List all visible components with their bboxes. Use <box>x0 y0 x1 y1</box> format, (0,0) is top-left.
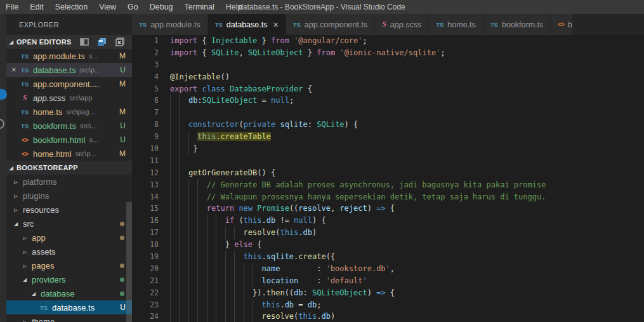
line-number[interactable]: 15 <box>132 203 159 215</box>
menu-edit[interactable]: Edit <box>24 0 49 14</box>
code-line-1[interactable]: import { Injectable } from '@angular/cor… <box>165 35 644 47</box>
line-number[interactable]: 16 <box>132 215 159 227</box>
open-editor-home-html[interactable]: <>home.htmlsrc\p...M <box>6 147 132 161</box>
open-editor-database-ts[interactable]: ×TSdatabase.tssrc\p...U <box>6 63 132 77</box>
code-line-10[interactable]: } <box>165 143 644 155</box>
open-editor-bookform-html[interactable]: <>bookform.htmls...U <box>6 133 132 147</box>
line-number[interactable]: 24 <box>132 311 159 322</box>
tab-app-module-ts[interactable]: TSapp.module.ts <box>132 14 208 35</box>
tab-app-component-ts[interactable]: TSapp.component.ts <box>286 14 376 35</box>
code-line-9[interactable]: this.createTable <box>165 131 644 143</box>
tab-bookform-ts[interactable]: TSbookform.ts <box>483 14 551 35</box>
code-line-3[interactable] <box>165 59 644 71</box>
line-number[interactable]: 6 <box>132 95 159 107</box>
token: : <box>303 288 312 297</box>
code-line-24[interactable]: resolve(this.db) <box>165 311 644 322</box>
token: { <box>303 84 312 93</box>
open-editor-home-ts[interactable]: TShome.tssrc\pag...M <box>6 105 132 119</box>
tree-item-database-ts[interactable]: TSdatabase.tsU <box>6 300 132 314</box>
tree-item-plugins[interactable]: ▹plugins <box>6 189 132 203</box>
menu-help[interactable]: Help <box>220 0 248 14</box>
code-line-5[interactable]: export class DatabaseProvider { <box>165 83 644 95</box>
tree-item-providers[interactable]: ◢providers <box>6 272 132 286</box>
menu-debug[interactable]: Debug <box>144 0 179 14</box>
code-line-21[interactable]: location : 'default' <box>165 275 644 287</box>
line-number[interactable]: 1 <box>132 35 159 47</box>
code-line-16[interactable]: if (this.db != null) { <box>165 215 644 227</box>
save-all-icon[interactable] <box>97 37 107 46</box>
tree-item-platforms[interactable]: ▹platforms <box>6 175 132 189</box>
tree-item-database[interactable]: ◢database <box>6 286 132 300</box>
code-line-19[interactable]: this.sqlite.create({ <box>165 251 644 263</box>
notification-badge-icon[interactable] <box>0 89 7 100</box>
open-editor-app-module-ts[interactable]: TSapp.module.tss...M <box>6 49 132 63</box>
tab-home-ts[interactable]: TShome.ts <box>429 14 483 35</box>
code-lines[interactable]: import { Injectable } from '@angular/cor… <box>165 35 644 322</box>
line-number[interactable]: 20 <box>132 263 159 275</box>
line-number[interactable]: 4 <box>132 71 159 83</box>
line-number[interactable]: 22 <box>132 287 159 299</box>
code-line-7[interactable] <box>165 107 644 119</box>
project-header[interactable]: ◢ BOOKSTOREAPP <box>6 161 132 175</box>
line-number[interactable]: 17 <box>132 227 159 239</box>
line-number[interactable]: 9 <box>132 131 159 143</box>
line-number[interactable]: 12 <box>132 167 159 179</box>
code-line-13[interactable]: // Generate DB adalah proses asynchronus… <box>165 179 644 191</box>
line-number[interactable]: 13 <box>132 179 159 191</box>
line-number[interactable]: 21 <box>132 275 159 287</box>
tab-b[interactable]: <>b <box>551 14 572 35</box>
open-editor-app-component-[interactable]: TSapp.component....M <box>6 77 132 91</box>
line-number[interactable]: 19 <box>132 251 159 263</box>
line-number[interactable]: 7 <box>132 107 159 119</box>
indent-guide <box>179 239 180 251</box>
line-number[interactable]: 2 <box>132 47 159 59</box>
tree-item-pages[interactable]: ▹pages <box>6 258 132 272</box>
line-number[interactable]: 8 <box>132 119 159 131</box>
tree-item-theme[interactable]: ▹theme <box>6 314 132 322</box>
split-editor-icon[interactable] <box>80 37 89 46</box>
line-number[interactable]: 11 <box>132 155 159 167</box>
line-number[interactable]: 10 <box>132 143 159 155</box>
code-line-17[interactable]: resolve(this.db) <box>165 227 644 239</box>
menu-selection[interactable]: Selection <box>49 0 93 14</box>
tree-item-assets[interactable]: ▹assets <box>6 245 132 258</box>
open-editors-header[interactable]: ◢ OPEN EDITORS <box>6 35 132 49</box>
menu-file[interactable]: File <box>0 0 24 14</box>
tab-database-ts[interactable]: TSdatabase.ts× <box>208 14 286 35</box>
code-line-23[interactable]: this.db = db; <box>165 299 644 311</box>
menu-terminal[interactable]: Terminal <box>179 0 220 14</box>
close-tab-icon[interactable]: × <box>273 20 278 30</box>
token: import <box>170 48 197 57</box>
line-number[interactable]: 3 <box>132 59 159 71</box>
line-number[interactable]: 5 <box>132 83 159 95</box>
sidebar-scrollbar[interactable] <box>126 202 132 322</box>
code-line-6[interactable]: db:SQLiteObject = null; <box>165 95 644 107</box>
line-number-gutter[interactable]: 123456789101112131415161718192021222324 <box>132 35 165 322</box>
code-line-20[interactable]: name : 'bookstore.db', <box>165 263 644 275</box>
activity-icon[interactable] <box>0 119 4 129</box>
menu-view[interactable]: View <box>93 0 122 14</box>
open-editor-app-scss[interactable]: Sapp.scsssrc\app <box>6 91 132 105</box>
code-editor[interactable]: 123456789101112131415161718192021222324 … <box>132 35 644 322</box>
tab-app-scss[interactable]: Sapp.scss <box>375 14 429 35</box>
line-number[interactable]: 23 <box>132 299 159 311</box>
line-number[interactable]: 18 <box>132 239 159 251</box>
indent-guide <box>234 251 235 263</box>
tree-item-src[interactable]: ◢src <box>6 217 132 231</box>
code-line-12[interactable]: getOrGenerateDB() { <box>165 167 644 179</box>
code-line-4[interactable]: @Injectable() <box>165 71 644 83</box>
menu-go[interactable]: Go <box>122 0 144 14</box>
tree-item-app[interactable]: ▹app <box>6 231 132 245</box>
tree-item-resources[interactable]: ▹resources <box>6 203 132 217</box>
open-editor-bookform-ts[interactable]: TSbookform.tssrc\...U <box>6 119 132 133</box>
code-line-8[interactable]: constructor(private sqlite: SQLite) { <box>165 119 644 131</box>
code-line-18[interactable]: } else { <box>165 239 644 251</box>
code-line-14[interactable]: // Walaupun prosesnya hanya sepersekian … <box>165 191 644 203</box>
code-line-2[interactable]: import { SQLite, SQLiteObject } from '@i… <box>165 47 644 59</box>
code-line-11[interactable] <box>165 155 644 167</box>
code-line-15[interactable]: return new Promise((resolve, reject) => … <box>165 203 644 215</box>
close-all-editors-icon[interactable] <box>115 37 124 46</box>
code-line-22[interactable]: }).then((db: SQLiteObject) => { <box>165 287 644 299</box>
line-number[interactable]: 14 <box>132 191 159 203</box>
close-editor-icon[interactable]: × <box>11 63 19 77</box>
